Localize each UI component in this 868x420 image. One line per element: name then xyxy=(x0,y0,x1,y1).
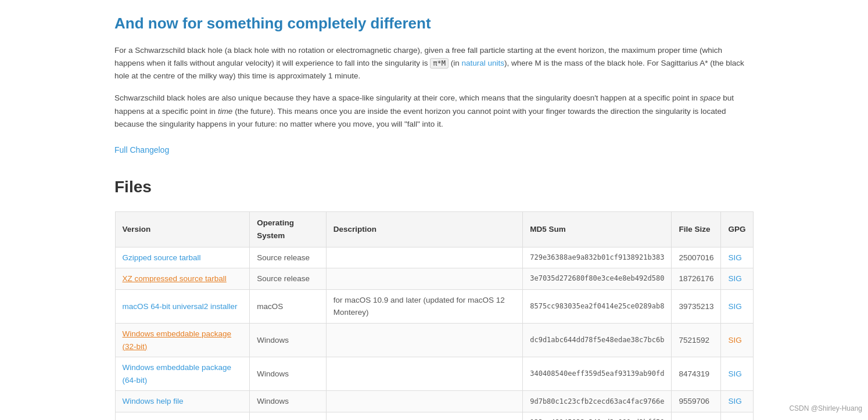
table-row: Windows embeddable package (64-bit)Windo… xyxy=(115,357,753,391)
table-cell-filesize: 18726176 xyxy=(672,268,721,290)
sig-link[interactable]: SIG xyxy=(728,274,741,283)
para1-after-formula: (in xyxy=(449,59,462,67)
table-cell-gpg: SIG xyxy=(721,323,753,357)
table-cell-description: for macOS 10.9 and later (updated for ma… xyxy=(326,289,522,323)
files-table: Version Operating System Description MD5… xyxy=(114,211,754,420)
version-link[interactable]: macOS 64-bit universal2 installer xyxy=(123,302,238,311)
sig-link[interactable]: SIG xyxy=(728,397,741,405)
col-header-md5: MD5 Sum xyxy=(523,212,672,247)
table-row: macOS 64-bit universal2 installermacOSfo… xyxy=(115,289,753,323)
table-cell-gpg: SIG xyxy=(721,412,753,420)
paragraph-1: For a Schwarzschild black hole (a black … xyxy=(114,44,754,83)
version-link[interactable]: XZ compressed source tarball xyxy=(123,274,227,283)
table-cell-md5: 9d7b80c1c23cfb2cecd63ac4fac9766e xyxy=(523,391,672,412)
watermark: CSDN @Shirley-Huang xyxy=(789,403,862,414)
natural-units-link[interactable]: natural units xyxy=(461,59,504,67)
table-cell-os: Windows xyxy=(250,391,327,412)
table-cell-filesize: 9559706 xyxy=(672,391,721,412)
table-cell-description xyxy=(326,412,522,420)
table-cell-version: Windows embeddable package (64-bit) xyxy=(115,357,250,391)
table-cell-os: Windows xyxy=(250,323,327,357)
table-cell-md5: 133aa48145032e341ad2a000cd3bff50 xyxy=(523,412,672,420)
table-header-row: Version Operating System Description MD5… xyxy=(115,212,753,247)
table-cell-filesize: 25007016 xyxy=(672,247,721,268)
sig-link[interactable]: SIG xyxy=(728,336,741,344)
table-cell-version: XZ compressed source tarball xyxy=(115,268,250,290)
table-cell-md5: dc9d1abc644dd78f5e48edae38c7bc6b xyxy=(523,323,672,357)
sig-link[interactable]: SIG xyxy=(728,302,741,311)
table-cell-description xyxy=(326,391,522,412)
version-link[interactable]: Windows embeddable package (32-bit) xyxy=(123,329,232,351)
table-cell-filesize: 8474319 xyxy=(672,357,721,391)
table-row: Windows embeddable package (32-bit)Windo… xyxy=(115,323,753,357)
table-cell-filesize: 7521592 xyxy=(672,323,721,357)
formula-code: π*M xyxy=(430,58,449,69)
paragraph-2: Schwarzschild black holes are also uniqu… xyxy=(114,92,754,131)
table-cell-description xyxy=(326,247,522,268)
files-heading: Files xyxy=(114,174,754,200)
table-cell-md5: 8575cc983035ea2f0414e25ce0289ab8 xyxy=(523,289,672,323)
table-cell-gpg: SIG xyxy=(721,268,753,290)
table-cell-gpg: SIG xyxy=(721,289,753,323)
para2-time-italic: time xyxy=(218,107,233,116)
table-cell-os: Windows xyxy=(250,357,327,391)
table-cell-version: macOS 64-bit universal2 installer xyxy=(115,289,250,323)
version-link[interactable]: Gzipped source tarball xyxy=(123,253,201,262)
table-cell-gpg: SIG xyxy=(721,391,753,412)
table-cell-description xyxy=(326,323,522,357)
table-cell-version: Windows help file xyxy=(115,391,250,412)
table-cell-os: macOS xyxy=(250,289,327,323)
table-cell-md5: 729e36388ae9a832b01cf9138921b383 xyxy=(523,247,672,268)
table-cell-os: Windows xyxy=(250,412,327,420)
version-link[interactable]: Windows embeddable package (64-bit) xyxy=(123,363,232,385)
table-row: Windows help fileWindows9d7b80c1c23cfb2c… xyxy=(115,391,753,412)
col-header-gpg: GPG xyxy=(721,212,753,247)
version-link[interactable]: Windows help file xyxy=(123,397,184,405)
table-cell-md5: 3e7035d272680f80e3ce4e8eb492d580 xyxy=(523,268,672,290)
table-cell-filesize: 39735213 xyxy=(672,289,721,323)
section-heading: And now for something completely differe… xyxy=(114,12,754,36)
table-cell-version: Gzipped source tarball xyxy=(115,247,250,268)
para2-part1: Schwarzschild black holes are also uniqu… xyxy=(114,94,700,102)
table-cell-gpg: SIG xyxy=(721,247,753,268)
sig-link[interactable]: SIG xyxy=(728,253,741,262)
col-header-version: Version xyxy=(115,212,250,247)
table-row: Gzipped source tarballSource release729e… xyxy=(115,247,753,268)
table-cell-version: Windows embeddable package (32-bit) xyxy=(115,323,250,357)
table-row: XZ compressed source tarballSource relea… xyxy=(115,268,753,290)
full-changelog-link[interactable]: Full Changelog xyxy=(114,143,169,156)
table-cell-description xyxy=(326,357,522,391)
table-row: Windows installer (32-bit)Windows133aa48… xyxy=(115,412,753,420)
table-cell-version: Windows installer (32-bit) xyxy=(115,412,250,420)
table-cell-md5: 340408540eeff359d5eaf93139ab90fd xyxy=(523,357,672,391)
col-header-filesize: File Size xyxy=(672,212,721,247)
table-cell-filesize: 27194856 xyxy=(672,412,721,420)
table-cell-os: Source release xyxy=(250,247,327,268)
col-header-description: Description xyxy=(326,212,522,247)
table-cell-gpg: SIG xyxy=(721,357,753,391)
table-cell-description xyxy=(326,268,522,290)
sig-link[interactable]: SIG xyxy=(728,369,741,378)
col-header-os: Operating System xyxy=(250,212,327,247)
table-cell-os: Source release xyxy=(250,268,327,290)
para2-space-italic: space xyxy=(700,94,720,102)
